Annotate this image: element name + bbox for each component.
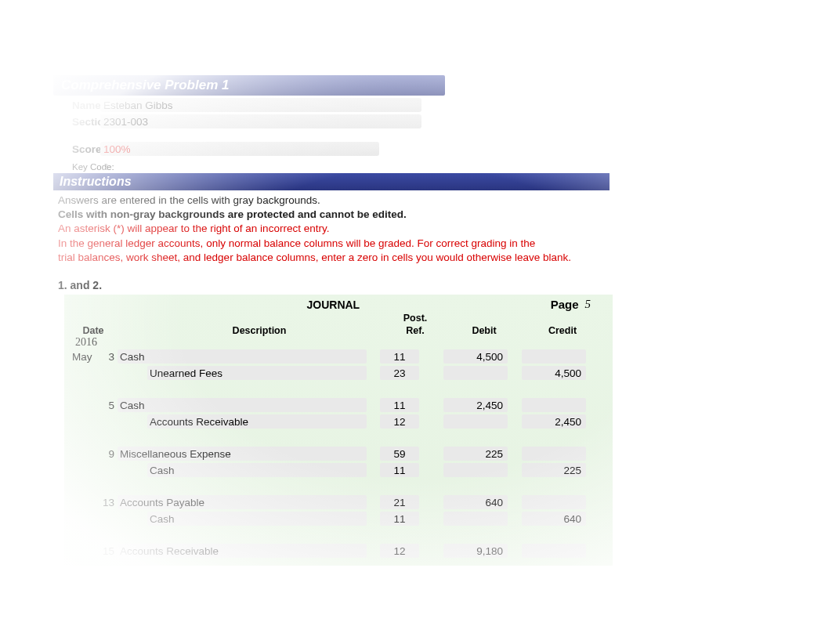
debit-outer: [429, 414, 508, 429]
journal-gap-row: [69, 382, 608, 397]
description-outer: Accounts Payable: [118, 495, 370, 509]
instructions-title: Instructions: [60, 175, 132, 188]
post-ref-outer: 12: [370, 544, 429, 558]
description-cell[interactable]: Cash: [118, 398, 367, 412]
journal-table: JOURNAL Page 5 Post. Date Description Re…: [64, 295, 613, 566]
debit-cell[interactable]: 2,450: [443, 398, 508, 412]
post-ref-outer: 11: [370, 398, 429, 412]
post-ref-cell[interactable]: 23: [380, 366, 419, 380]
page-number: 5: [582, 298, 609, 311]
journal-body: May3Cash114,500Unearned Fees234,5005Cash…: [69, 349, 608, 559]
journal-row: Accounts Receivable122,450: [69, 414, 608, 429]
description-cell[interactable]: Cash: [118, 349, 367, 364]
journal-title: JOURNAL: [116, 298, 551, 311]
debit-outer: 9,180: [429, 544, 508, 558]
keycode-label: Key Code:: [53, 162, 100, 172]
post-ref-outer: 21: [370, 495, 429, 509]
credit-cell[interactable]: [522, 447, 586, 461]
description-outer: Unearned Fees: [118, 366, 370, 380]
credit-cell[interactable]: [522, 544, 586, 558]
name-row: Name: Esteban Gibbs: [53, 98, 617, 112]
post-ref-cell[interactable]: 21: [380, 495, 419, 509]
score-cell: 100%: [100, 142, 379, 156]
post-ref-outer: 23: [370, 366, 429, 380]
day-cell: 3: [96, 351, 118, 363]
debit-outer: [429, 463, 508, 477]
description-cell[interactable]: Cash: [147, 512, 367, 526]
debit-cell[interactable]: 4,500: [443, 349, 508, 364]
journal-row: Unearned Fees234,500: [69, 365, 608, 381]
credit-outer: [508, 447, 586, 461]
page-label: Page: [551, 298, 582, 311]
instruction-line-4: In the general ledger accounts, only nor…: [58, 237, 605, 251]
description-cell[interactable]: Unearned Fees: [147, 366, 367, 380]
post-ref-cell[interactable]: 11: [380, 463, 419, 477]
debit-outer: 2,450: [429, 398, 508, 412]
description-cell[interactable]: Miscellaneous Expense: [118, 447, 367, 461]
debit-outer: [429, 366, 508, 380]
debit-cell[interactable]: 225: [443, 447, 508, 461]
credit-outer: 640: [508, 512, 586, 526]
description-outer: Accounts Receivable: [118, 544, 370, 558]
journal-column-headers: Post.: [69, 313, 608, 324]
description-cell[interactable]: Cash: [147, 463, 367, 477]
credit-outer: [508, 544, 586, 558]
instruction-line-1: Answers are entered in the cells with gr…: [58, 194, 605, 208]
debit-cell[interactable]: [443, 414, 508, 429]
problem-title: Comprehensive Problem 1: [61, 78, 229, 92]
journal-row: 15Accounts Receivable129,180: [69, 543, 608, 559]
name-value: Esteban Gibbs: [103, 99, 173, 111]
debit-cell[interactable]: 640: [443, 495, 508, 509]
credit-cell[interactable]: 225: [522, 463, 586, 477]
credit-cell[interactable]: [522, 349, 586, 364]
credit-outer: [508, 495, 586, 509]
section-row: Section: 2301-003: [53, 114, 617, 128]
section-value: 2301-003: [103, 116, 148, 128]
journal-row: Cash11640: [69, 511, 608, 526]
section-label: Section:: [53, 116, 100, 128]
journal-row: 5Cash112,450: [69, 397, 608, 413]
debit-outer: 4,500: [429, 349, 508, 364]
credit-cell[interactable]: [522, 398, 586, 412]
credit-outer: [508, 398, 586, 412]
post-ref-outer: 11: [370, 349, 429, 364]
description-outer: Cash: [118, 512, 370, 526]
post-ref-cell[interactable]: 11: [380, 398, 419, 412]
debit-outer: [429, 512, 508, 526]
post-ref-outer: 12: [370, 414, 429, 429]
name-input[interactable]: Esteban Gibbs: [100, 98, 421, 112]
problem-title-bar: Comprehensive Problem 1: [53, 75, 445, 96]
question-number: 1. and 2.: [53, 279, 617, 291]
instructions-bar: Instructions: [53, 173, 610, 190]
day-cell: 5: [96, 400, 118, 411]
credit-cell[interactable]: [522, 495, 586, 509]
month-cell: May: [69, 351, 96, 363]
post-ref-cell[interactable]: 11: [380, 512, 419, 526]
day-cell: 13: [96, 497, 118, 508]
post-ref-cell[interactable]: 59: [380, 447, 419, 461]
debit-cell[interactable]: 9,180: [443, 544, 508, 558]
score-value: 100%: [103, 143, 131, 155]
description-cell[interactable]: Accounts Receivable: [118, 544, 367, 558]
credit-cell[interactable]: 640: [522, 512, 586, 526]
credit-outer: 2,450: [508, 414, 586, 429]
description-cell[interactable]: Accounts Payable: [118, 495, 367, 509]
post-ref-cell[interactable]: 12: [380, 414, 419, 429]
credit-outer: [508, 349, 586, 364]
credit-cell[interactable]: 2,450: [522, 414, 586, 429]
credit-cell[interactable]: 4,500: [522, 366, 586, 380]
section-input[interactable]: 2301-003: [100, 114, 421, 128]
journal-title-row: JOURNAL Page 5: [69, 298, 608, 311]
day-cell: 15: [96, 545, 118, 557]
post-ref-header-top: Post.: [385, 313, 445, 324]
post-ref-header-bottom: Ref.: [385, 325, 445, 336]
description-cell[interactable]: Accounts Receivable: [147, 414, 367, 429]
debit-cell[interactable]: [443, 512, 508, 526]
journal-row: May3Cash114,500: [69, 349, 608, 364]
post-ref-cell[interactable]: 12: [380, 544, 419, 558]
post-ref-cell[interactable]: 11: [380, 349, 419, 364]
debit-cell[interactable]: [443, 366, 508, 380]
debit-outer: 225: [429, 447, 508, 461]
description-outer: Cash: [118, 398, 370, 412]
debit-cell[interactable]: [443, 463, 508, 477]
